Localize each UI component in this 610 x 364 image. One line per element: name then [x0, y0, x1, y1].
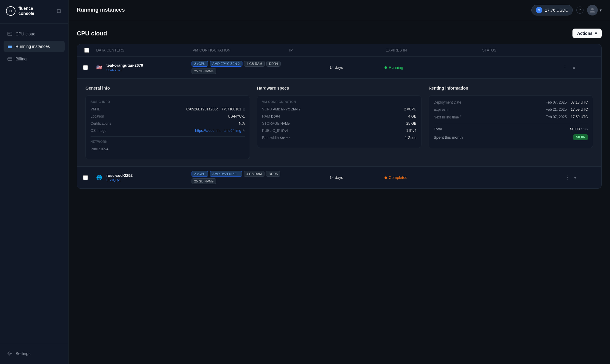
sidebar-item-billing[interactable]: Billing: [4, 53, 65, 65]
vcpu-hw-value: 2 vCPU: [404, 107, 416, 111]
sidebar: ⊙ fluenceconsole ⊟ CPU cloud: [0, 0, 69, 364]
instance-1-ram-badge: 4 GB RAM: [244, 61, 265, 67]
instance-2-checkbox[interactable]: [83, 175, 88, 180]
instance-2-more-button[interactable]: ⋮: [564, 174, 571, 181]
instance-1-expires: 14 days: [288, 65, 385, 70]
actions-chevron-icon: ▾: [595, 31, 597, 36]
renting-info-card: Deployment Date Feb 07, 2025 07:18 UTC E…: [429, 95, 593, 148]
instance-1-actions: ⋮ ▲: [481, 64, 578, 71]
expires-label: Expires in: [434, 107, 449, 112]
sidebar-item-settings[interactable]: Settings: [4, 348, 65, 359]
instance-1-name-cell: 🇺🇸 teal-orangutan-2679 US-NYC-1: [95, 63, 192, 72]
select-all-checkbox[interactable]: [84, 48, 89, 53]
expires-row: Expires in Feb 21, 2025 17:59 UTC: [434, 107, 588, 112]
os-image-row: OS image https://cloud-im...-amd64.img ⎘: [91, 129, 245, 133]
os-image-copy-button[interactable]: ⎘: [243, 129, 245, 132]
deployment-time: 07:18 UTC: [571, 100, 588, 104]
instances-table: Data centers VM configuration IP Expires…: [77, 44, 602, 189]
public-ip-hw-value: 1 IPv4: [406, 129, 416, 133]
svg-rect-2: [10, 33, 11, 34]
settings-label: Settings: [15, 351, 31, 356]
deployment-date-row: Deployment Date Feb 07, 2025 07:18 UTC: [434, 100, 588, 104]
instance-1-checkbox[interactable]: [83, 65, 88, 70]
instance-2-ramtype-badge: DDR5: [266, 171, 280, 177]
os-image-link[interactable]: https://cloud-im...-amd64.img: [195, 129, 241, 133]
help-button[interactable]: ?: [576, 7, 583, 14]
vm-config-label: VM CONFIGURATION: [262, 100, 416, 104]
balance-icon: $: [536, 7, 542, 13]
ram-hw-label: RAM DDR4: [262, 114, 280, 118]
instance-2-name-cell: 🌐 rose-cod-2292 LT-SQQ-1: [95, 173, 192, 182]
instance-1-status: Running: [385, 65, 481, 70]
instance-1-more-button[interactable]: ⋮: [561, 64, 569, 71]
instance-1-collapse-button[interactable]: ▲: [570, 64, 578, 71]
general-info-card: BASIC INFO VM ID 0x0926E1901a206d...7757…: [85, 95, 250, 159]
col-vm-config: VM configuration: [192, 48, 288, 53]
storage-hw-row: STORAGE NVMe 25 GB: [262, 121, 416, 126]
instance-1-name: teal-orangutan-2679: [106, 63, 143, 68]
location-row: Location US-NYC-1: [91, 114, 245, 118]
instance-1-vcpu-badge: 2 vCPU: [192, 61, 208, 67]
hardware-specs-title: Hardware specs: [257, 86, 421, 90]
instance-1-cpu-badge: AMD EPYC ZEN 2: [210, 61, 242, 67]
hardware-specs-card: VM CONFIGURATION VCPU AMD EPYC ZEN 2 2 v…: [257, 95, 421, 148]
svg-rect-3: [8, 45, 12, 46]
ram-hw-value: 4 GB: [408, 114, 416, 118]
instance-1-location: US-NYC-1: [106, 68, 143, 72]
logo-text: fluenceconsole: [18, 6, 34, 16]
general-info-section: General info BASIC INFO VM ID 0x0926E190…: [85, 86, 250, 159]
instance-2-expand-button[interactable]: ▾: [573, 174, 578, 181]
sidebar-item-running-instances[interactable]: Running instances: [4, 41, 65, 52]
instance-2-flag: 🌐: [95, 174, 103, 182]
col-data-centers: Data centers: [95, 48, 192, 53]
renting-info-title: Renting information: [429, 86, 593, 90]
instance-1-expanded-panel: General info BASIC INFO VM ID 0x0926E190…: [77, 78, 601, 166]
sidebar-bottom: Settings: [0, 343, 68, 364]
vm-id-copy-button[interactable]: ⎘: [243, 107, 245, 111]
location-value: US-NYC-1: [228, 114, 245, 118]
avatar-chevron-icon: ▾: [600, 8, 602, 13]
network-label: NETWORK: [91, 140, 245, 143]
total-row: Total $0.03 / day: [434, 127, 588, 131]
actions-button[interactable]: Actions ▾: [572, 29, 602, 38]
svg-rect-4: [8, 46, 12, 47]
instance-2-actions: ⋮ ▾: [481, 174, 578, 181]
logo-icon: ⊙: [6, 6, 15, 16]
instance-row-header-1[interactable]: 🇺🇸 teal-orangutan-2679 US-NYC-1 2 vCPU A…: [77, 57, 601, 78]
svg-rect-5: [8, 47, 12, 48]
instance-2-vcpu-badge: 2 vCPU: [192, 171, 208, 177]
col-expires: Expires in: [385, 48, 481, 53]
section-header: CPU cloud Actions ▾: [77, 29, 602, 38]
instance-1-badges: 2 vCPU AMD EPYC ZEN 2 4 GB RAM DDR4 25 G…: [192, 61, 288, 74]
svg-rect-0: [8, 32, 12, 36]
running-instances-icon: [7, 44, 13, 49]
bandwidth-hw-value: 1 Gbps: [405, 136, 416, 140]
instance-2-expires: 14 days: [288, 175, 385, 180]
instance-1-ramtype-badge: DDR4: [266, 61, 281, 67]
general-info-title: General info: [85, 86, 250, 90]
certifications-label: Certifications: [91, 121, 111, 126]
instance-2-status-dot: [385, 176, 387, 179]
sidebar-item-label-cpu-cloud: CPU cloud: [15, 32, 35, 36]
table-header-row: Data centers VM configuration IP Expires…: [77, 44, 601, 57]
deployment-date-label: Deployment Date: [434, 100, 461, 104]
sidebar-toggle-button[interactable]: ⊟: [55, 7, 62, 15]
instance-1-status-text: Running: [389, 65, 403, 70]
content-area: CPU cloud Actions ▾ Data centers VM conf…: [69, 20, 610, 364]
vm-id-row: VM ID 0x0926E1901a206d...7757108181 ⎘: [91, 107, 245, 111]
next-billing-row: Next billing time ? Feb 07, 2025 17:59 U…: [434, 115, 588, 119]
sidebar-item-cpu-cloud[interactable]: CPU cloud: [4, 28, 65, 40]
instance-row-header-2[interactable]: 🌐 rose-cod-2292 LT-SQQ-1 2 vCPU AMD RYZE…: [77, 167, 601, 188]
instance-2-ram-badge: 4 GB RAM: [244, 171, 265, 177]
col-status: Status: [481, 48, 578, 53]
vm-id-value: 0x0926E1901a206d...7757108181 ⎘: [186, 107, 245, 111]
cpu-cloud-icon: [7, 31, 13, 37]
avatar-button[interactable]: ▾: [587, 5, 602, 15]
vcpu-hw-row: VCPU AMD EPYC ZEN 2 2 vCPU: [262, 107, 416, 111]
storage-hw-label: STORAGE NVMe: [262, 121, 290, 126]
instance-2-storage-badge: 25 GB NVMe: [192, 178, 216, 184]
instance-2-status-text: Completed: [389, 175, 407, 180]
total-value: $0.03 / day: [570, 127, 588, 131]
instance-1-status-dot: [385, 66, 387, 69]
storage-hw-value: 25 GB: [406, 121, 416, 126]
